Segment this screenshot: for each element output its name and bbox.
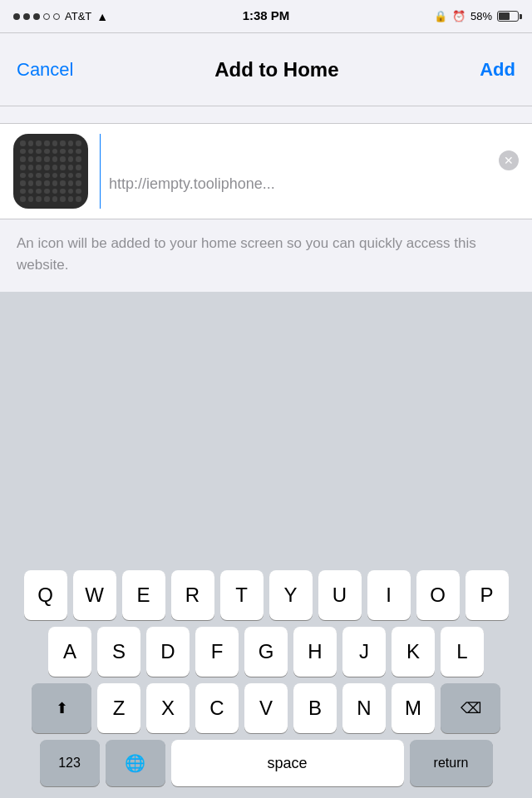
name-input-row: ✕	[109, 150, 519, 170]
name-input[interactable]	[109, 150, 499, 170]
app-icon	[13, 134, 88, 209]
status-left: AT&T ▲	[13, 10, 108, 23]
key-s[interactable]: S	[97, 627, 140, 677]
backspace-key[interactable]: ⌫	[441, 683, 500, 733]
key-d[interactable]: D	[146, 627, 190, 677]
input-card: ✕ http://iempty.tooliphone...	[0, 123, 532, 219]
signal-dot-3	[33, 13, 40, 20]
battery-icon	[497, 11, 519, 22]
key-v[interactable]: V	[244, 683, 288, 733]
lock-icon: 🔒	[434, 10, 447, 22]
return-key[interactable]: return	[410, 740, 493, 786]
content-area: ✕ http://iempty.tooliphone... An icon wi…	[0, 106, 532, 292]
key-f[interactable]: F	[195, 627, 239, 677]
key-c[interactable]: C	[195, 683, 239, 733]
signal-dots	[13, 13, 60, 20]
space-key[interactable]: space	[171, 740, 404, 786]
key-t[interactable]: T	[220, 570, 264, 620]
key-o[interactable]: O	[416, 570, 460, 620]
key-u[interactable]: U	[318, 570, 362, 620]
carrier-label: AT&T	[65, 10, 91, 22]
signal-dot-4	[43, 13, 50, 20]
status-bar: AT&T ▲ 1:38 PM 🔒 ⏰ 58%	[0, 0, 532, 33]
key-b[interactable]: B	[293, 683, 337, 733]
key-i[interactable]: I	[367, 570, 411, 620]
status-time: 1:38 PM	[243, 8, 290, 22]
key-y[interactable]: Y	[269, 570, 313, 620]
page-title: Add to Home	[214, 58, 338, 81]
globe-key[interactable]: 🌐	[106, 740, 165, 786]
status-right: 🔒 ⏰ 58%	[434, 10, 519, 22]
key-e[interactable]: E	[122, 570, 165, 620]
description-area: An icon will be added to your home scree…	[0, 219, 532, 292]
key-h[interactable]: H	[293, 627, 337, 677]
signal-dot-1	[13, 13, 20, 20]
key-x[interactable]: X	[146, 683, 190, 733]
app-icon-dots	[13, 134, 88, 209]
url-text: http://iempty.tooliphone...	[109, 175, 519, 193]
key-l[interactable]: L	[441, 627, 484, 677]
clear-button[interactable]: ✕	[499, 150, 519, 170]
signal-dot-5	[53, 13, 60, 20]
keyboard-row-2: A S D F G H J K L	[3, 627, 529, 677]
battery-fill	[499, 12, 510, 20]
keyboard-row-4: 123 🌐 space return	[3, 740, 529, 786]
keyboard-row-3: ⬆ Z X C V B N M ⌫	[3, 683, 529, 733]
key-m[interactable]: M	[392, 683, 435, 733]
key-w[interactable]: W	[73, 570, 116, 620]
key-q[interactable]: Q	[24, 570, 67, 620]
key-p[interactable]: P	[466, 570, 509, 620]
add-button[interactable]: Add	[480, 59, 515, 81]
shift-key[interactable]: ⬆	[32, 683, 91, 733]
keyboard-row-1: Q W E R T Y U I O P	[3, 570, 529, 620]
alarm-icon: ⏰	[452, 10, 466, 22]
signal-dot-2	[23, 13, 30, 20]
name-input-area: ✕ http://iempty.tooliphone...	[100, 134, 519, 209]
key-g[interactable]: G	[244, 627, 288, 677]
key-a[interactable]: A	[48, 627, 91, 677]
key-k[interactable]: K	[392, 627, 435, 677]
key-j[interactable]: J	[342, 627, 386, 677]
key-r[interactable]: R	[171, 570, 214, 620]
key-n[interactable]: N	[342, 683, 386, 733]
cancel-button[interactable]: Cancel	[17, 59, 73, 81]
keyboard: Q W E R T Y U I O P A S D F G H J K L ⬆ …	[0, 564, 532, 798]
battery-percent: 58%	[470, 10, 492, 22]
wifi-icon: ▲	[96, 10, 108, 23]
description-text: An icon will be added to your home scree…	[17, 233, 515, 275]
numbers-key[interactable]: 123	[40, 740, 100, 786]
key-z[interactable]: Z	[97, 683, 140, 733]
nav-bar: Cancel Add to Home Add	[0, 33, 532, 106]
